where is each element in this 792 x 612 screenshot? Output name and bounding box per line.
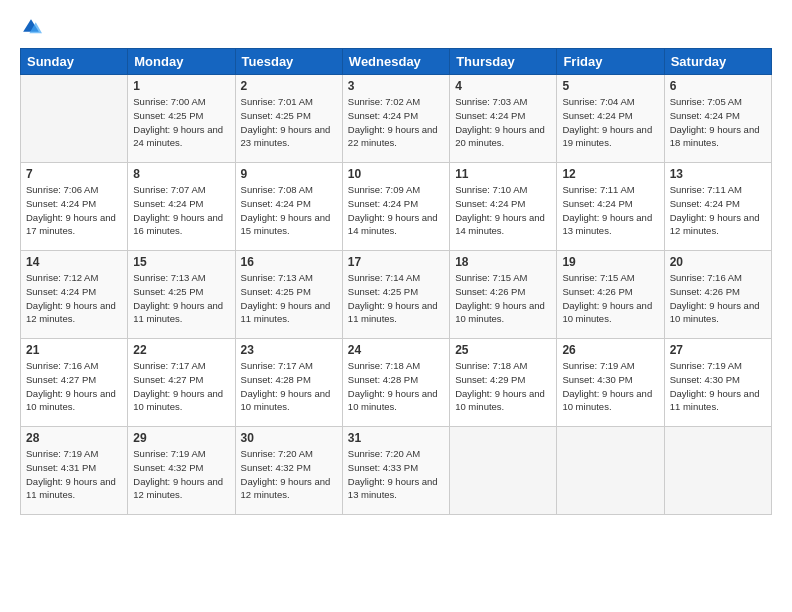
day-number: 1 xyxy=(133,79,229,93)
day-detail: Sunrise: 7:17 AMSunset: 4:28 PMDaylight:… xyxy=(241,359,337,414)
day-cell: 11Sunrise: 7:10 AMSunset: 4:24 PMDayligh… xyxy=(450,163,557,251)
day-number: 16 xyxy=(241,255,337,269)
day-detail: Sunrise: 7:16 AMSunset: 4:27 PMDaylight:… xyxy=(26,359,122,414)
header xyxy=(20,16,772,38)
day-number: 7 xyxy=(26,167,122,181)
day-number: 29 xyxy=(133,431,229,445)
day-number: 5 xyxy=(562,79,658,93)
day-cell: 8Sunrise: 7:07 AMSunset: 4:24 PMDaylight… xyxy=(128,163,235,251)
day-detail: Sunrise: 7:16 AMSunset: 4:26 PMDaylight:… xyxy=(670,271,766,326)
day-detail: Sunrise: 7:02 AMSunset: 4:24 PMDaylight:… xyxy=(348,95,444,150)
day-cell: 18Sunrise: 7:15 AMSunset: 4:26 PMDayligh… xyxy=(450,251,557,339)
logo xyxy=(20,16,46,38)
day-cell: 9Sunrise: 7:08 AMSunset: 4:24 PMDaylight… xyxy=(235,163,342,251)
day-cell: 20Sunrise: 7:16 AMSunset: 4:26 PMDayligh… xyxy=(664,251,771,339)
day-detail: Sunrise: 7:04 AMSunset: 4:24 PMDaylight:… xyxy=(562,95,658,150)
day-number: 11 xyxy=(455,167,551,181)
day-detail: Sunrise: 7:19 AMSunset: 4:31 PMDaylight:… xyxy=(26,447,122,502)
day-detail: Sunrise: 7:05 AMSunset: 4:24 PMDaylight:… xyxy=(670,95,766,150)
day-number: 8 xyxy=(133,167,229,181)
day-detail: Sunrise: 7:20 AMSunset: 4:33 PMDaylight:… xyxy=(348,447,444,502)
day-number: 30 xyxy=(241,431,337,445)
day-cell: 23Sunrise: 7:17 AMSunset: 4:28 PMDayligh… xyxy=(235,339,342,427)
weekday-header-monday: Monday xyxy=(128,49,235,75)
day-number: 22 xyxy=(133,343,229,357)
day-cell: 3Sunrise: 7:02 AMSunset: 4:24 PMDaylight… xyxy=(342,75,449,163)
day-number: 24 xyxy=(348,343,444,357)
week-row-5: 28Sunrise: 7:19 AMSunset: 4:31 PMDayligh… xyxy=(21,427,772,515)
day-cell: 26Sunrise: 7:19 AMSunset: 4:30 PMDayligh… xyxy=(557,339,664,427)
day-cell: 29Sunrise: 7:19 AMSunset: 4:32 PMDayligh… xyxy=(128,427,235,515)
day-cell: 25Sunrise: 7:18 AMSunset: 4:29 PMDayligh… xyxy=(450,339,557,427)
day-detail: Sunrise: 7:15 AMSunset: 4:26 PMDaylight:… xyxy=(562,271,658,326)
day-cell: 17Sunrise: 7:14 AMSunset: 4:25 PMDayligh… xyxy=(342,251,449,339)
day-detail: Sunrise: 7:18 AMSunset: 4:29 PMDaylight:… xyxy=(455,359,551,414)
day-detail: Sunrise: 7:13 AMSunset: 4:25 PMDaylight:… xyxy=(133,271,229,326)
day-cell xyxy=(664,427,771,515)
day-cell: 22Sunrise: 7:17 AMSunset: 4:27 PMDayligh… xyxy=(128,339,235,427)
weekday-header-saturday: Saturday xyxy=(664,49,771,75)
day-number: 2 xyxy=(241,79,337,93)
day-detail: Sunrise: 7:11 AMSunset: 4:24 PMDaylight:… xyxy=(670,183,766,238)
day-detail: Sunrise: 7:10 AMSunset: 4:24 PMDaylight:… xyxy=(455,183,551,238)
day-number: 18 xyxy=(455,255,551,269)
day-cell: 21Sunrise: 7:16 AMSunset: 4:27 PMDayligh… xyxy=(21,339,128,427)
calendar: SundayMondayTuesdayWednesdayThursdayFrid… xyxy=(20,48,772,515)
day-detail: Sunrise: 7:19 AMSunset: 4:32 PMDaylight:… xyxy=(133,447,229,502)
day-cell: 2Sunrise: 7:01 AMSunset: 4:25 PMDaylight… xyxy=(235,75,342,163)
day-detail: Sunrise: 7:03 AMSunset: 4:24 PMDaylight:… xyxy=(455,95,551,150)
day-cell: 19Sunrise: 7:15 AMSunset: 4:26 PMDayligh… xyxy=(557,251,664,339)
day-detail: Sunrise: 7:18 AMSunset: 4:28 PMDaylight:… xyxy=(348,359,444,414)
week-row-3: 14Sunrise: 7:12 AMSunset: 4:24 PMDayligh… xyxy=(21,251,772,339)
weekday-header-row: SundayMondayTuesdayWednesdayThursdayFrid… xyxy=(21,49,772,75)
day-cell: 14Sunrise: 7:12 AMSunset: 4:24 PMDayligh… xyxy=(21,251,128,339)
day-number: 4 xyxy=(455,79,551,93)
day-number: 13 xyxy=(670,167,766,181)
day-cell: 12Sunrise: 7:11 AMSunset: 4:24 PMDayligh… xyxy=(557,163,664,251)
day-detail: Sunrise: 7:00 AMSunset: 4:25 PMDaylight:… xyxy=(133,95,229,150)
day-cell xyxy=(557,427,664,515)
day-number: 15 xyxy=(133,255,229,269)
day-detail: Sunrise: 7:07 AMSunset: 4:24 PMDaylight:… xyxy=(133,183,229,238)
day-detail: Sunrise: 7:17 AMSunset: 4:27 PMDaylight:… xyxy=(133,359,229,414)
day-cell: 30Sunrise: 7:20 AMSunset: 4:32 PMDayligh… xyxy=(235,427,342,515)
day-number: 19 xyxy=(562,255,658,269)
day-number: 9 xyxy=(241,167,337,181)
day-number: 12 xyxy=(562,167,658,181)
day-number: 31 xyxy=(348,431,444,445)
weekday-header-thursday: Thursday xyxy=(450,49,557,75)
day-cell xyxy=(450,427,557,515)
week-row-1: 1Sunrise: 7:00 AMSunset: 4:25 PMDaylight… xyxy=(21,75,772,163)
day-cell: 28Sunrise: 7:19 AMSunset: 4:31 PMDayligh… xyxy=(21,427,128,515)
day-cell: 31Sunrise: 7:20 AMSunset: 4:33 PMDayligh… xyxy=(342,427,449,515)
day-detail: Sunrise: 7:01 AMSunset: 4:25 PMDaylight:… xyxy=(241,95,337,150)
day-number: 17 xyxy=(348,255,444,269)
day-cell: 1Sunrise: 7:00 AMSunset: 4:25 PMDaylight… xyxy=(128,75,235,163)
day-detail: Sunrise: 7:08 AMSunset: 4:24 PMDaylight:… xyxy=(241,183,337,238)
week-row-4: 21Sunrise: 7:16 AMSunset: 4:27 PMDayligh… xyxy=(21,339,772,427)
day-cell: 15Sunrise: 7:13 AMSunset: 4:25 PMDayligh… xyxy=(128,251,235,339)
day-detail: Sunrise: 7:20 AMSunset: 4:32 PMDaylight:… xyxy=(241,447,337,502)
page: SundayMondayTuesdayWednesdayThursdayFrid… xyxy=(0,0,792,612)
day-detail: Sunrise: 7:12 AMSunset: 4:24 PMDaylight:… xyxy=(26,271,122,326)
day-number: 3 xyxy=(348,79,444,93)
day-number: 28 xyxy=(26,431,122,445)
day-cell xyxy=(21,75,128,163)
day-cell: 16Sunrise: 7:13 AMSunset: 4:25 PMDayligh… xyxy=(235,251,342,339)
week-row-2: 7Sunrise: 7:06 AMSunset: 4:24 PMDaylight… xyxy=(21,163,772,251)
day-detail: Sunrise: 7:13 AMSunset: 4:25 PMDaylight:… xyxy=(241,271,337,326)
day-number: 20 xyxy=(670,255,766,269)
day-number: 10 xyxy=(348,167,444,181)
day-detail: Sunrise: 7:15 AMSunset: 4:26 PMDaylight:… xyxy=(455,271,551,326)
day-number: 14 xyxy=(26,255,122,269)
weekday-header-tuesday: Tuesday xyxy=(235,49,342,75)
day-number: 25 xyxy=(455,343,551,357)
day-number: 26 xyxy=(562,343,658,357)
day-number: 6 xyxy=(670,79,766,93)
day-number: 27 xyxy=(670,343,766,357)
day-cell: 5Sunrise: 7:04 AMSunset: 4:24 PMDaylight… xyxy=(557,75,664,163)
day-cell: 7Sunrise: 7:06 AMSunset: 4:24 PMDaylight… xyxy=(21,163,128,251)
day-detail: Sunrise: 7:19 AMSunset: 4:30 PMDaylight:… xyxy=(562,359,658,414)
weekday-header-wednesday: Wednesday xyxy=(342,49,449,75)
weekday-header-friday: Friday xyxy=(557,49,664,75)
